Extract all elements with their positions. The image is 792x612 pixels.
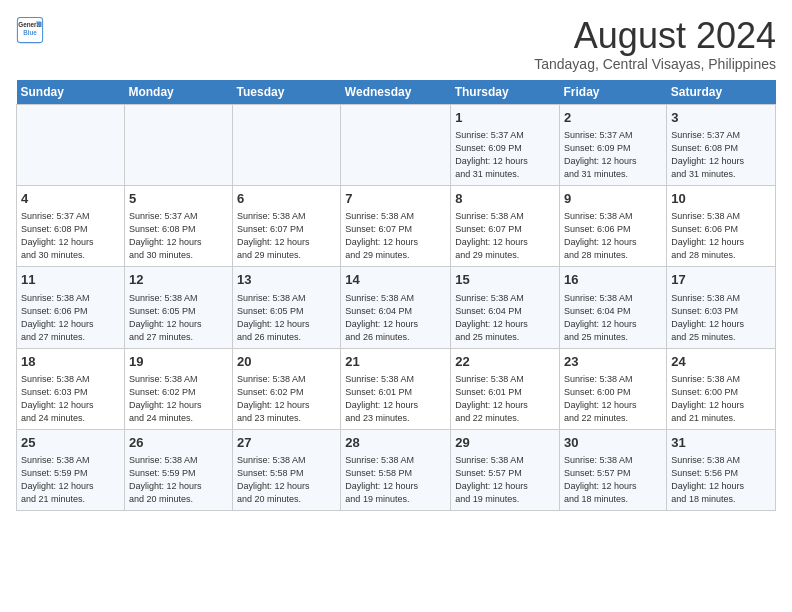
calendar-cell: 10Sunrise: 5:38 AM Sunset: 6:06 PM Dayli… (667, 185, 776, 266)
day-info: Sunrise: 5:38 AM Sunset: 5:56 PM Dayligh… (671, 454, 771, 506)
weekday-header-monday: Monday (124, 80, 232, 105)
day-number: 1 (455, 109, 555, 127)
day-number: 28 (345, 434, 446, 452)
day-number: 25 (21, 434, 120, 452)
calendar-cell: 30Sunrise: 5:38 AM Sunset: 5:57 PM Dayli… (560, 430, 667, 511)
calendar-cell: 25Sunrise: 5:38 AM Sunset: 5:59 PM Dayli… (17, 430, 125, 511)
day-number: 26 (129, 434, 228, 452)
calendar-cell: 13Sunrise: 5:38 AM Sunset: 6:05 PM Dayli… (233, 267, 341, 348)
calendar-cell: 23Sunrise: 5:38 AM Sunset: 6:00 PM Dayli… (560, 348, 667, 429)
calendar-cell (17, 104, 125, 185)
calendar-cell: 2Sunrise: 5:37 AM Sunset: 6:09 PM Daylig… (560, 104, 667, 185)
calendar-cell: 16Sunrise: 5:38 AM Sunset: 6:04 PM Dayli… (560, 267, 667, 348)
day-info: Sunrise: 5:37 AM Sunset: 6:08 PM Dayligh… (129, 210, 228, 262)
day-info: Sunrise: 5:38 AM Sunset: 6:04 PM Dayligh… (455, 292, 555, 344)
day-number: 12 (129, 271, 228, 289)
title-area: August 2024 Tandayag, Central Visayas, P… (534, 16, 776, 72)
day-info: Sunrise: 5:38 AM Sunset: 6:02 PM Dayligh… (129, 373, 228, 425)
weekday-header-tuesday: Tuesday (233, 80, 341, 105)
day-number: 4 (21, 190, 120, 208)
page-subtitle: Tandayag, Central Visayas, Philippines (534, 56, 776, 72)
calendar-cell: 14Sunrise: 5:38 AM Sunset: 6:04 PM Dayli… (341, 267, 451, 348)
calendar-cell: 6Sunrise: 5:38 AM Sunset: 6:07 PM Daylig… (233, 185, 341, 266)
weekday-header-saturday: Saturday (667, 80, 776, 105)
day-number: 2 (564, 109, 662, 127)
day-number: 18 (21, 353, 120, 371)
calendar-week-row: 25Sunrise: 5:38 AM Sunset: 5:59 PM Dayli… (17, 430, 776, 511)
day-info: Sunrise: 5:38 AM Sunset: 5:57 PM Dayligh… (455, 454, 555, 506)
day-info: Sunrise: 5:38 AM Sunset: 6:07 PM Dayligh… (237, 210, 336, 262)
day-number: 8 (455, 190, 555, 208)
calendar-header: SundayMondayTuesdayWednesdayThursdayFrid… (17, 80, 776, 105)
calendar-cell: 18Sunrise: 5:38 AM Sunset: 6:03 PM Dayli… (17, 348, 125, 429)
day-number: 17 (671, 271, 771, 289)
weekday-header-sunday: Sunday (17, 80, 125, 105)
day-number: 3 (671, 109, 771, 127)
logo-icon: General Blue (16, 16, 44, 44)
day-number: 22 (455, 353, 555, 371)
day-info: Sunrise: 5:38 AM Sunset: 6:06 PM Dayligh… (21, 292, 120, 344)
calendar-cell: 11Sunrise: 5:38 AM Sunset: 6:06 PM Dayli… (17, 267, 125, 348)
calendar-week-row: 1Sunrise: 5:37 AM Sunset: 6:09 PM Daylig… (17, 104, 776, 185)
calendar-cell: 9Sunrise: 5:38 AM Sunset: 6:06 PM Daylig… (560, 185, 667, 266)
calendar-cell: 17Sunrise: 5:38 AM Sunset: 6:03 PM Dayli… (667, 267, 776, 348)
day-info: Sunrise: 5:38 AM Sunset: 6:05 PM Dayligh… (237, 292, 336, 344)
calendar-week-row: 18Sunrise: 5:38 AM Sunset: 6:03 PM Dayli… (17, 348, 776, 429)
calendar-body: 1Sunrise: 5:37 AM Sunset: 6:09 PM Daylig… (17, 104, 776, 511)
calendar-cell: 28Sunrise: 5:38 AM Sunset: 5:58 PM Dayli… (341, 430, 451, 511)
day-number: 21 (345, 353, 446, 371)
day-info: Sunrise: 5:38 AM Sunset: 6:05 PM Dayligh… (129, 292, 228, 344)
day-number: 16 (564, 271, 662, 289)
calendar-cell: 3Sunrise: 5:37 AM Sunset: 6:08 PM Daylig… (667, 104, 776, 185)
calendar-cell: 4Sunrise: 5:37 AM Sunset: 6:08 PM Daylig… (17, 185, 125, 266)
day-number: 29 (455, 434, 555, 452)
day-number: 23 (564, 353, 662, 371)
day-info: Sunrise: 5:38 AM Sunset: 5:58 PM Dayligh… (345, 454, 446, 506)
day-info: Sunrise: 5:38 AM Sunset: 5:59 PM Dayligh… (21, 454, 120, 506)
day-info: Sunrise: 5:38 AM Sunset: 6:07 PM Dayligh… (345, 210, 446, 262)
day-info: Sunrise: 5:38 AM Sunset: 5:59 PM Dayligh… (129, 454, 228, 506)
calendar-week-row: 11Sunrise: 5:38 AM Sunset: 6:06 PM Dayli… (17, 267, 776, 348)
calendar-cell: 15Sunrise: 5:38 AM Sunset: 6:04 PM Dayli… (451, 267, 560, 348)
header: General Blue August 2024 Tandayag, Centr… (16, 16, 776, 72)
logo: General Blue (16, 16, 44, 44)
weekday-header-wednesday: Wednesday (341, 80, 451, 105)
calendar-cell: 21Sunrise: 5:38 AM Sunset: 6:01 PM Dayli… (341, 348, 451, 429)
day-info: Sunrise: 5:38 AM Sunset: 6:04 PM Dayligh… (345, 292, 446, 344)
day-number: 6 (237, 190, 336, 208)
day-number: 7 (345, 190, 446, 208)
calendar-cell: 1Sunrise: 5:37 AM Sunset: 6:09 PM Daylig… (451, 104, 560, 185)
day-number: 13 (237, 271, 336, 289)
weekday-header-row: SundayMondayTuesdayWednesdayThursdayFrid… (17, 80, 776, 105)
calendar-cell (341, 104, 451, 185)
calendar-cell: 20Sunrise: 5:38 AM Sunset: 6:02 PM Dayli… (233, 348, 341, 429)
day-number: 9 (564, 190, 662, 208)
calendar-table: SundayMondayTuesdayWednesdayThursdayFrid… (16, 80, 776, 512)
calendar-cell: 22Sunrise: 5:38 AM Sunset: 6:01 PM Dayli… (451, 348, 560, 429)
day-number: 20 (237, 353, 336, 371)
day-info: Sunrise: 5:38 AM Sunset: 5:58 PM Dayligh… (237, 454, 336, 506)
day-info: Sunrise: 5:37 AM Sunset: 6:08 PM Dayligh… (21, 210, 120, 262)
day-info: Sunrise: 5:38 AM Sunset: 5:57 PM Dayligh… (564, 454, 662, 506)
day-number: 30 (564, 434, 662, 452)
day-info: Sunrise: 5:37 AM Sunset: 6:09 PM Dayligh… (564, 129, 662, 181)
page-title: August 2024 (534, 16, 776, 56)
day-number: 10 (671, 190, 771, 208)
calendar-cell: 5Sunrise: 5:37 AM Sunset: 6:08 PM Daylig… (124, 185, 232, 266)
day-info: Sunrise: 5:38 AM Sunset: 6:01 PM Dayligh… (345, 373, 446, 425)
day-info: Sunrise: 5:38 AM Sunset: 6:07 PM Dayligh… (455, 210, 555, 262)
day-number: 11 (21, 271, 120, 289)
day-info: Sunrise: 5:38 AM Sunset: 6:00 PM Dayligh… (564, 373, 662, 425)
day-number: 15 (455, 271, 555, 289)
svg-text:Blue: Blue (23, 29, 37, 36)
day-info: Sunrise: 5:38 AM Sunset: 6:03 PM Dayligh… (671, 292, 771, 344)
day-info: Sunrise: 5:38 AM Sunset: 6:00 PM Dayligh… (671, 373, 771, 425)
day-number: 19 (129, 353, 228, 371)
calendar-cell: 7Sunrise: 5:38 AM Sunset: 6:07 PM Daylig… (341, 185, 451, 266)
day-number: 27 (237, 434, 336, 452)
calendar-cell (233, 104, 341, 185)
day-info: Sunrise: 5:38 AM Sunset: 6:03 PM Dayligh… (21, 373, 120, 425)
calendar-cell: 19Sunrise: 5:38 AM Sunset: 6:02 PM Dayli… (124, 348, 232, 429)
day-info: Sunrise: 5:38 AM Sunset: 6:02 PM Dayligh… (237, 373, 336, 425)
day-info: Sunrise: 5:37 AM Sunset: 6:08 PM Dayligh… (671, 129, 771, 181)
